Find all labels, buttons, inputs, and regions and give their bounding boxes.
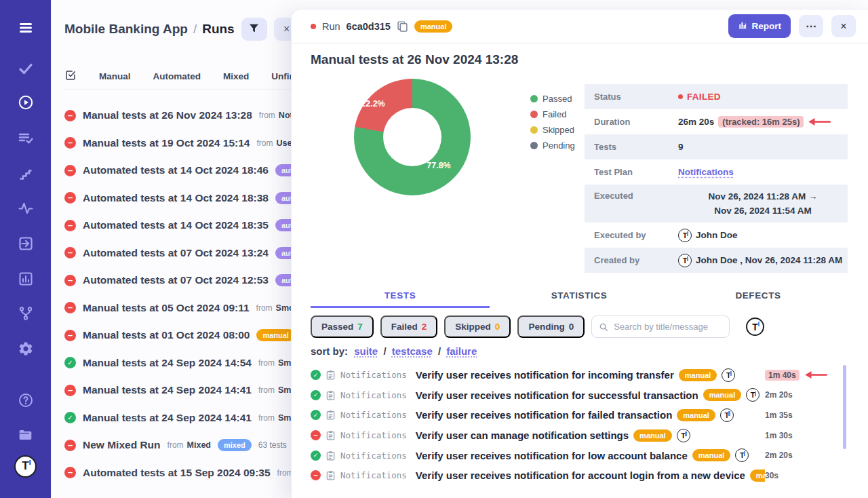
report-button[interactable]: Report: [728, 14, 791, 38]
run-status-icon: [64, 247, 76, 258]
copy-icon[interactable]: [397, 20, 408, 32]
breadcrumb-project[interactable]: Mobile Banking App: [64, 22, 188, 37]
tab-mixed[interactable]: Mixed: [223, 71, 249, 81]
legend-dot: [530, 95, 538, 102]
testcase-icon: [326, 410, 336, 420]
status-filter-chip[interactable]: Failed 2: [380, 315, 438, 338]
reports-icon[interactable]: [16, 269, 35, 288]
test-row[interactable]: Notifications Verify user can manage not…: [311, 425, 842, 446]
user-avatar: T: [678, 254, 692, 267]
checks-icon[interactable]: [16, 59, 35, 78]
tab-defects[interactable]: DEFECTS: [669, 285, 848, 308]
more-button[interactable]: ⋯: [799, 15, 823, 37]
legend-item: Pending: [530, 140, 575, 151]
test-title: Verify user receives notification for lo…: [416, 450, 688, 461]
menu-icon[interactable]: [16, 18, 35, 37]
tests-count: 9: [678, 142, 848, 152]
select-runs-icon[interactable]: [64, 69, 77, 83]
info-row-executed: Executed Nov 26, 2024 11:28 AM → Nov 26,…: [585, 185, 848, 223]
sort-row: sort by: suite / testcase / failure: [311, 345, 477, 357]
tests-scrollbar[interactable]: [843, 365, 846, 449]
test-row[interactable]: Notifications Verify user receives notif…: [311, 385, 842, 406]
run-info-table: Status FAILED Duration 26m 20s (tracked:…: [585, 84, 848, 273]
from-label: from: [258, 413, 275, 423]
test-suite: Notifications: [340, 410, 407, 420]
assignee-avatar: T: [722, 368, 735, 382]
test-type-badge: manual: [750, 470, 765, 482]
run-id: 6ca0d315: [347, 21, 391, 32]
info-row-created-by: Created by T John Doe , Nov 26, 2024 11:…: [585, 248, 848, 273]
status-value: FAILED: [687, 92, 721, 102]
bar-chart-icon: [738, 20, 747, 32]
test-suite: Notifications: [340, 470, 407, 480]
legend-item: Skipped: [530, 125, 575, 135]
status-filter-chip[interactable]: Skipped 0: [444, 315, 511, 338]
legend-item: Failed: [530, 109, 575, 119]
test-duration: 1m 40s: [765, 370, 842, 381]
test-row[interactable]: Notifications Verify user receives notif…: [311, 365, 842, 385]
settings-icon[interactable]: [16, 339, 35, 358]
filter-button[interactable]: [241, 18, 267, 41]
testcase-icon: [326, 451, 336, 461]
legend-dot: [530, 142, 538, 149]
donut-label-passed: 77.8%: [427, 161, 450, 170]
info-row-status: Status FAILED: [585, 84, 848, 109]
test-filters-row: Passed 7 Failed 2 Skipped 0 Pending 0: [311, 315, 848, 338]
sort-by-suite[interactable]: suite: [354, 345, 378, 357]
run-type-badge: manual: [414, 20, 453, 33]
user-avatar: T: [678, 229, 692, 242]
app-sidebar: T: [0, 0, 51, 498]
executed-by-name: John Doe: [696, 230, 738, 240]
run-status-icon: [64, 275, 76, 286]
donut-chart: [354, 79, 471, 195]
activity-icon[interactable]: [16, 199, 35, 218]
run-status-icon: [64, 385, 76, 396]
test-row[interactable]: Notifications Verify user receives notif…: [311, 405, 842, 425]
test-title: Verify user receives notification for ac…: [416, 470, 745, 481]
profile-avatar[interactable]: T: [16, 457, 35, 476]
tab-manual[interactable]: Manual: [99, 71, 131, 81]
test-suite: Notifications: [340, 390, 407, 400]
tab-tests[interactable]: TESTS: [311, 285, 490, 308]
run-status-icon: [64, 220, 76, 231]
funnel-icon: [248, 22, 260, 36]
sort-by-testcase[interactable]: testcase: [392, 345, 433, 357]
run-type-badge: mixed: [218, 439, 252, 451]
test-plan-link[interactable]: Notifications: [678, 167, 734, 177]
test-row[interactable]: Notifications Verify user receives notif…: [311, 445, 842, 465]
projects-icon[interactable]: [16, 425, 35, 444]
filter-count: 7: [357, 322, 363, 332]
test-status-icon: [311, 451, 321, 461]
tab-statistics[interactable]: STATISTICS: [490, 285, 669, 308]
run-failed-dot: [311, 24, 316, 29]
test-duration: 2m 20s: [765, 451, 842, 460]
detail-close-button[interactable]: ×: [831, 15, 856, 37]
from-label: from: [258, 358, 275, 368]
from-label: from: [256, 303, 273, 313]
status-filter-chip[interactable]: Passed 7: [311, 315, 374, 338]
run-status-icon: [64, 110, 76, 121]
import-icon[interactable]: [16, 234, 35, 253]
steps-icon[interactable]: [16, 164, 35, 183]
test-title: Verify user receives notification for in…: [416, 369, 674, 381]
test-cases-icon[interactable]: [16, 129, 35, 148]
sort-by-failure[interactable]: failure: [446, 345, 477, 357]
assignee-filter-avatar[interactable]: T: [746, 318, 764, 336]
info-row-duration: Duration 26m 20s (tracked: 16m 25s): [585, 109, 848, 134]
run-status-icon: [64, 330, 76, 341]
help-icon[interactable]: [16, 391, 35, 410]
runs-icon[interactable]: [16, 93, 35, 112]
created-by-name: John Doe , Nov 26, 2024 11:28 AM: [696, 255, 842, 265]
test-status-icon: [311, 470, 321, 480]
testcase-icon: [326, 430, 336, 440]
search-input[interactable]: [614, 322, 722, 332]
test-status-icon: [311, 430, 321, 440]
status-filter-chip[interactable]: Pending 0: [517, 315, 585, 338]
testcase-icon: [326, 390, 336, 400]
run-title: Manual tests at 01 Oct 2024 08:00: [83, 329, 250, 341]
branches-icon[interactable]: [16, 304, 35, 323]
run-status-icon: [64, 165, 76, 176]
test-row[interactable]: Notifications Verify user receives notif…: [311, 465, 842, 486]
tab-automated[interactable]: Automated: [153, 71, 201, 81]
run-detail-panel: Run 6ca0d315 manual Report ⋯ × Manual te…: [292, 9, 868, 498]
